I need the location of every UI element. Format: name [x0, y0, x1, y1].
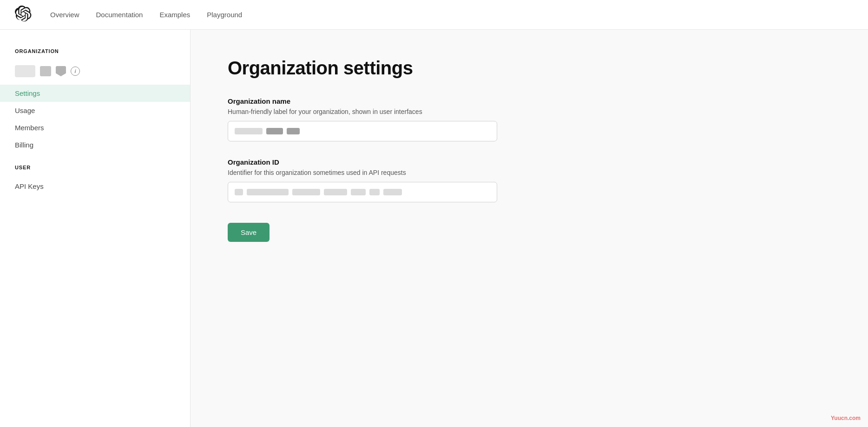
sidebar-link-apikeys[interactable]: API Keys [0, 178, 190, 195]
page-layout: ORGANIZATION i Settings Usage Members Bi… [0, 30, 868, 427]
sidebar-link-billing[interactable]: Billing [0, 136, 190, 153]
blur-block-id-6 [369, 189, 380, 195]
blur-block-id-7 [383, 189, 402, 195]
org-name-description: Human-friendly label for your organizati… [228, 108, 497, 115]
logo[interactable] [15, 6, 32, 24]
org-id-label: Organization ID [228, 158, 497, 166]
blur-block-id-4 [324, 189, 347, 195]
org-avatar-blurred [15, 65, 35, 77]
sidebar-item-settings[interactable]: Settings [0, 85, 190, 102]
nav-playground[interactable]: Playground [207, 11, 242, 19]
org-id-input-wrapper[interactable] [228, 182, 497, 202]
org-icon-small [40, 66, 51, 76]
nav-overview[interactable]: Overview [50, 11, 79, 19]
blur-block-1 [235, 128, 263, 134]
nav-links: Overview Documentation Examples Playgrou… [50, 11, 242, 19]
blur-block-id-5 [351, 189, 366, 195]
org-selector[interactable]: i [0, 61, 190, 81]
top-navigation: Overview Documentation Examples Playgrou… [0, 0, 868, 30]
sidebar-nav-user: API Keys [0, 178, 190, 195]
sidebar-item-usage[interactable]: Usage [0, 102, 190, 119]
sidebar-link-usage[interactable]: Usage [0, 102, 190, 119]
main-content: Organization settings Organization name … [191, 30, 868, 427]
blur-block-id-2 [247, 189, 289, 195]
org-id-description: Identifier for this organization sometim… [228, 169, 497, 176]
blur-block-id-1 [235, 189, 243, 195]
blur-block-id-3 [292, 189, 320, 195]
sidebar-item-members[interactable]: Members [0, 119, 190, 136]
blur-block-2 [266, 128, 283, 134]
sidebar-link-members[interactable]: Members [0, 119, 190, 136]
blur-block-3 [287, 128, 300, 134]
org-info-icon[interactable]: i [71, 67, 80, 76]
page-title: Organization settings [228, 58, 831, 79]
org-name-input-wrapper[interactable] [228, 121, 497, 141]
org-name-group: Organization name Human-friendly label f… [228, 97, 497, 141]
sidebar-nav: Settings Usage Members Billing [0, 85, 190, 153]
org-icon-flag [56, 66, 66, 76]
sidebar-link-settings[interactable]: Settings [0, 85, 190, 102]
save-button[interactable]: Save [228, 223, 270, 242]
watermark: Yuucn.com [831, 415, 861, 421]
sidebar-item-apikeys[interactable]: API Keys [0, 178, 190, 195]
user-section-label: USER [0, 165, 190, 170]
sidebar-item-billing[interactable]: Billing [0, 136, 190, 153]
nav-documentation[interactable]: Documentation [96, 11, 143, 19]
nav-examples[interactable]: Examples [159, 11, 190, 19]
org-name-label: Organization name [228, 97, 497, 105]
org-section-label: ORGANIZATION [0, 48, 190, 54]
sidebar: ORGANIZATION i Settings Usage Members Bi… [0, 30, 191, 427]
org-id-group: Organization ID Identifier for this orga… [228, 158, 497, 202]
